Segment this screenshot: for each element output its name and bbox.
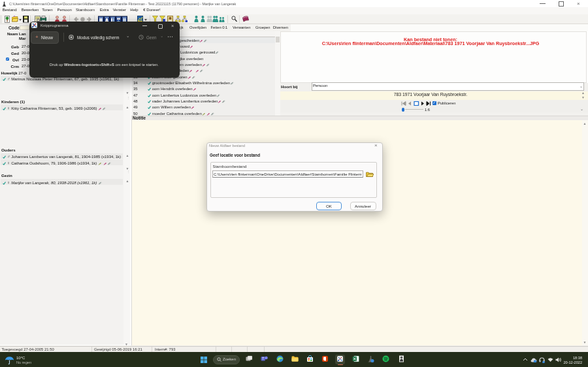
svg-text:T: T: [262, 357, 264, 360]
